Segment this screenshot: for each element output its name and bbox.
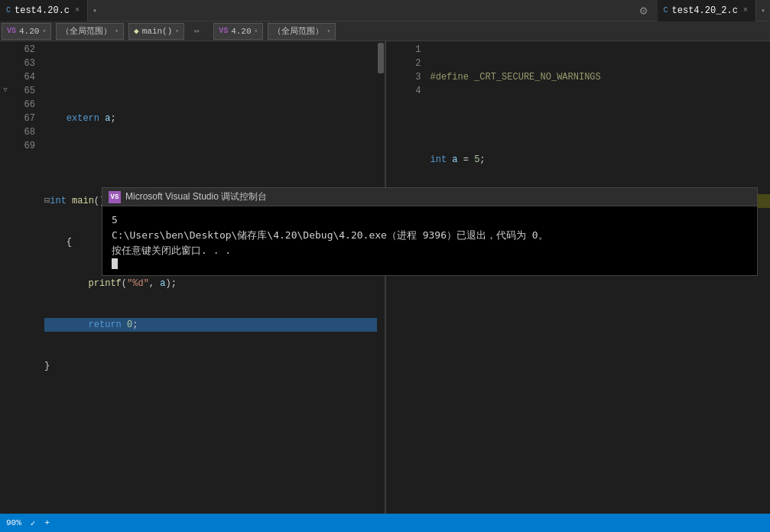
- collapse-marker-65[interactable]: ▽: [3, 86, 7, 94]
- code-line-69: }: [44, 359, 377, 373]
- scope-label-right: （全局范围）: [273, 25, 323, 37]
- code-line-68: return 0;: [44, 318, 377, 332]
- right-gutter-line-3: [386, 69, 397, 83]
- toolbar: VS 4.20 ▾ （全局范围） ▾ ◆ main() ▾ ⇔ VS 4.20 …: [0, 21, 770, 41]
- vs-icon-right: VS: [219, 27, 228, 35]
- line-num-62: 62: [11, 43, 35, 57]
- func-dropdown-arrow-left: ▾: [175, 28, 179, 34]
- sync-button[interactable]: ⇔: [187, 23, 206, 40]
- console-output-line1: 5: [112, 212, 748, 228]
- debug-console: VS Microsoft Visual Studio 调试控制台 5 C:\Us…: [102, 187, 758, 276]
- gutter-line-66: [0, 96, 11, 110]
- right-code-content[interactable]: #define _CRT_SECURE_NO_WARNINGS int a = …: [427, 41, 771, 514]
- right-line-num-1: 1: [397, 43, 421, 57]
- gutter-line-67: [0, 110, 11, 124]
- right-code-line-3: int a = 5;: [430, 153, 771, 167]
- gutter-line-68: [0, 124, 11, 138]
- line-num-66: 66: [11, 98, 35, 112]
- version-label-right: 4.20: [231, 27, 251, 36]
- left-tab-filename: test4.20.c: [15, 5, 70, 16]
- line-num-65: 65: [11, 84, 35, 98]
- gutter-line-65: ▽: [0, 83, 11, 96]
- console-output-line3: 按任意键关闭此窗口. . .: [112, 243, 748, 258]
- code-line-63: extern a;: [44, 112, 377, 125]
- right-code-line-2: [430, 112, 771, 125]
- scope-label-left: （全局范围）: [61, 25, 112, 37]
- left-line-numbers: 62 63 64 65 66 67 68 69: [11, 41, 41, 514]
- line-num-68: 68: [11, 125, 35, 139]
- version-dropdown-arrow-right: ▾: [255, 28, 258, 34]
- right-line-num-2: 2: [397, 57, 421, 70]
- left-scrollbar-thumb[interactable]: [378, 43, 384, 73]
- zoom-value: 90%: [6, 518, 21, 527]
- version-label-left: 4.20: [19, 27, 39, 36]
- scope-selector-right[interactable]: （全局范围） ▾: [268, 23, 336, 40]
- right-editor-pane: 1 2 3 4 #define _CRT_SECURE_NO_WARNINGS …: [385, 41, 771, 514]
- left-scrollbar[interactable]: [377, 41, 385, 514]
- right-editor-scroll[interactable]: 1 2 3 4 #define _CRT_SECURE_NO_WARNINGS …: [386, 41, 771, 514]
- version-dropdown-arrow-left: ▾: [42, 28, 46, 34]
- line-num-69: 69: [11, 139, 35, 153]
- right-code-line-1: #define _CRT_SECURE_NO_WARNINGS: [430, 70, 771, 84]
- console-cursor-line: [112, 258, 748, 269]
- left-editor-pane: ▽ 62 63 64 65 66 67 68 69 e: [0, 41, 385, 514]
- right-line-num-3: 3: [397, 70, 421, 84]
- tab-right-file[interactable]: C test4.20_2.c ×: [658, 0, 756, 21]
- right-line-numbers: 1 2 3 4: [397, 41, 427, 514]
- console-cursor: [112, 258, 118, 269]
- right-gutter: [386, 41, 397, 514]
- code-line-64: [44, 153, 377, 167]
- right-gutter-line-2: [386, 55, 397, 69]
- gutter-line-69: [0, 138, 11, 151]
- add-icon: +: [44, 518, 50, 527]
- status-check: ✓: [31, 518, 36, 528]
- editor-area: ▽ 62 63 64 65 66 67 68 69 e: [0, 41, 770, 514]
- status-zoom: 90%: [6, 518, 21, 527]
- right-tab-close[interactable]: ×: [742, 5, 749, 15]
- check-icon: ✓: [31, 518, 36, 528]
- left-tab-dropdown[interactable]: ▾: [88, 0, 102, 21]
- console-title: Microsoft Visual Studio 调试控制台: [125, 190, 267, 203]
- left-code-content[interactable]: extern a; ⊟int main() { printf("%d", a);…: [41, 41, 377, 514]
- func-icon-left: ◆: [134, 26, 139, 36]
- line-num-63: 63: [11, 57, 35, 70]
- vs-icon-left: VS: [7, 27, 16, 35]
- line-num-67: 67: [11, 112, 35, 125]
- func-label-left: main(): [142, 27, 173, 36]
- line-num-64: 64: [11, 70, 35, 84]
- right-gutter-line-4: [386, 83, 397, 96]
- left-tab-icon: C: [6, 6, 11, 15]
- code-line-67: printf("%d", a);: [44, 277, 377, 290]
- scope-selector-left[interactable]: （全局范围） ▾: [56, 23, 124, 40]
- gutter-line-64: [0, 69, 11, 83]
- right-tab-icon: C: [664, 6, 668, 15]
- func-selector-left[interactable]: ◆ main() ▾: [128, 23, 184, 40]
- version-selector-left[interactable]: VS 4.20 ▾: [2, 23, 51, 40]
- tab-left-file[interactable]: C test4.20.c ×: [0, 0, 88, 21]
- console-body[interactable]: 5 C:\Users\ben\Desktop\储存库\4.20\Debug\4.…: [102, 206, 757, 275]
- left-editor-scroll[interactable]: ▽ 62 63 64 65 66 67 68 69 e: [0, 41, 385, 514]
- gutter-line-63: [0, 55, 11, 69]
- version-selector-right[interactable]: VS 4.20 ▾: [213, 23, 263, 40]
- console-vs-icon: VS: [109, 191, 121, 203]
- left-tab-close[interactable]: ×: [73, 5, 81, 15]
- right-tab-dropdown[interactable]: ▾: [756, 0, 770, 21]
- scope-dropdown-arrow-right: ▾: [327, 28, 330, 34]
- code-line-62: [44, 70, 377, 84]
- right-gutter-line-1: [386, 41, 397, 55]
- right-tab-filename: test4.20_2.c: [672, 5, 738, 16]
- console-output-line2: C:\Users\ben\Desktop\储存库\4.20\Debug\4.20…: [112, 228, 748, 243]
- debug-console-titlebar[interactable]: VS Microsoft Visual Studio 调试控制台: [102, 188, 757, 206]
- status-add: +: [44, 518, 50, 527]
- sync-icon: ⇔: [194, 25, 200, 37]
- scope-dropdown-arrow-left: ▾: [115, 28, 119, 34]
- right-line-num-4: 4: [397, 84, 421, 98]
- settings-icon[interactable]: ⚙: [633, 0, 655, 21]
- gutter-line-62: [0, 41, 11, 55]
- left-gutter: ▽: [0, 41, 11, 514]
- tab-bar: C test4.20.c × ▾ ⚙ C test4.20_2.c × ▾: [0, 0, 770, 21]
- status-bar: 90% ✓ +: [0, 514, 770, 532]
